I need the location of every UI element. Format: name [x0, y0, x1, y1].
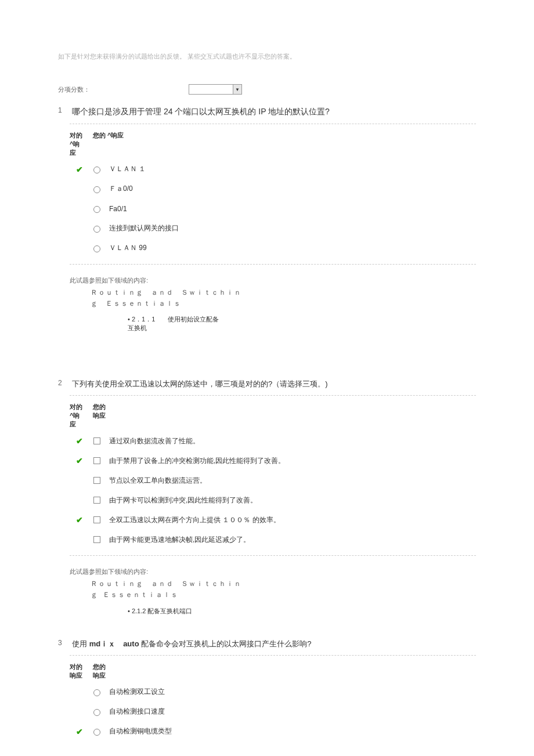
option-label: 全双工迅速以太网在两个方向上提供 １００％ 的效率。: [103, 515, 280, 525]
question-text: 下列有关使用全双工迅速以太网的陈述中，哪三项是对的的?（请选择三项。): [72, 379, 476, 389]
divider: [70, 264, 476, 265]
check-icon: ✔: [76, 515, 83, 525]
correct-mark-cell: ✔: [70, 727, 89, 736]
question-number: 2: [58, 379, 64, 387]
option-label: 由于网卡可以检测到冲突,因此性能得到了改善。: [103, 495, 257, 505]
question-text: 使用 mdｉｘ auto 配备命令会对互换机上的以太网接口产生什么影响?: [72, 639, 476, 649]
question-2: 2 下列有关使用全双工迅速以太网的陈述中，哪三项是对的的?（请选择三项。) 对的…: [58, 379, 476, 616]
option-label: 通过双向数据流改善了性能。: [103, 436, 200, 446]
question-text-part: 哪个接口是涉及用于管理 24 个端口以太网互换机的: [72, 107, 258, 116]
option-radio[interactable]: [93, 206, 100, 213]
domain-subject: Ｒｏｕｔｉｎｇ ａｎｄ Ｓｗｉｔｃｈｉｎｇ Ｅｓｓｅｎｔｉａｌｓ: [91, 578, 241, 601]
option-radio[interactable]: [93, 709, 100, 716]
intro-text: 如下是针对您未获得满分的试题给出的反馈。 某些交互式试题也许不显示您的答案。: [58, 52, 476, 61]
check-icon: ✔: [76, 165, 83, 174]
col-correct-label: ^响: [70, 140, 89, 149]
option-row: 连接到默认网关的接口: [70, 219, 476, 238]
option-label: ＶＬＡＮ １: [103, 164, 146, 174]
option-input-cell: [89, 707, 103, 716]
option-radio[interactable]: [93, 245, 100, 252]
option-checkbox[interactable]: [93, 536, 100, 543]
option-row: 节点以全双工单向数据流运营。: [70, 471, 476, 490]
col-correct-label: 应: [70, 149, 89, 157]
col-resp-label: 您的: [93, 663, 106, 671]
score-label: 分项分数：: [58, 85, 90, 94]
option-input-cell: [89, 495, 103, 505]
domain-title: 此试题参照如下领域的内容:: [70, 567, 476, 576]
option-input-cell: [89, 727, 103, 736]
col-correct-label: 对的: [70, 403, 89, 411]
option-label: Fa0/1: [103, 205, 127, 213]
option-input-cell: [89, 455, 103, 466]
option-row: 由于网卡能更迅速地解决帧,因此延迟减少了。: [70, 530, 476, 549]
option-input-cell: [89, 185, 103, 193]
col-resp-label: 您的: [93, 403, 106, 411]
option-checkbox[interactable]: [93, 457, 100, 464]
option-radio[interactable]: [93, 186, 100, 193]
col-correct-label: ^响: [70, 411, 89, 420]
option-input-cell: [89, 165, 103, 173]
option-row: 自动检测接口速度: [70, 702, 476, 722]
option-input-cell: [89, 688, 103, 696]
question-text-part: mdｉｘ auto: [89, 639, 139, 648]
option-label: Ｆａ0/0: [103, 184, 133, 194]
option-label: 连接到默认网关的接口: [103, 223, 179, 233]
question-text: 哪个接口是涉及用于管理 24 个端口以太网互换机的 IP 地址的默认位置?: [72, 106, 476, 118]
option-checkbox[interactable]: [93, 437, 100, 444]
col-correct-label: 应: [70, 420, 89, 429]
option-row: ✔全双工迅速以太网在两个方向上提供 １００％ 的效率。: [70, 510, 476, 530]
score-bar: 分项分数： ▼: [58, 84, 476, 95]
chevron-down-icon: ▼: [233, 85, 241, 94]
option-row: Ｆａ0/0: [70, 179, 476, 199]
col-resp-label: 您的 ^响应: [89, 131, 124, 157]
domain-subject: Ｒｏｕｔｉｎｇ ａｎｄ Ｓｗｉｔｃｈｉｎｇ Ｅｓｓｅｎｔｉａｌｓ: [91, 287, 241, 309]
question-1: 1 哪个接口是涉及用于管理 24 个端口以太网互换机的 IP 地址的默认位置? …: [58, 106, 476, 332]
option-radio[interactable]: [93, 689, 100, 696]
option-row: 自动检测双工设立: [70, 682, 476, 702]
question-text-part: IP: [258, 107, 266, 116]
check-icon: ✔: [76, 456, 83, 465]
option-row: 由于网卡可以检测到冲突,因此性能得到了改善。: [70, 490, 476, 510]
option-input-cell: [89, 204, 103, 213]
option-input-cell: [89, 475, 103, 486]
domain-bullet: 2．1．1 使用初始设立配备互换机: [128, 315, 221, 332]
option-radio[interactable]: [93, 226, 100, 233]
domain-bullet: 2.1.2 配备互换机端口: [128, 607, 221, 616]
response-header: 对的 响应 您的 响应: [70, 656, 476, 682]
question-text-part: 地址的默认位置?: [266, 107, 330, 116]
question-text-part: 配备命令会对互换机上的以太网接口产生什么影响?: [139, 639, 312, 648]
option-checkbox[interactable]: [93, 477, 100, 484]
check-icon: ✔: [76, 727, 83, 736]
option-label: 节点以全双工单向数据流运营。: [103, 476, 207, 486]
response-header: 对的 ^响 应 您的 响应: [70, 396, 476, 431]
option-checkbox[interactable]: [93, 497, 100, 504]
col-correct-label: 响应: [70, 671, 89, 680]
correct-mark-cell: ✔: [70, 515, 89, 525]
option-row: ＶＬＡＮ 99: [70, 238, 476, 258]
option-row: ✔由于禁用了设备上的冲突检测功能,因此性能得到了改善。: [70, 451, 476, 471]
option-radio[interactable]: [93, 729, 100, 736]
question-number: 3: [58, 639, 64, 647]
domain-title: 此试题参照如下领域的内容:: [70, 276, 476, 285]
option-input-cell: [89, 244, 103, 252]
option-checkbox[interactable]: [93, 516, 100, 523]
col-correct-label: 对的: [70, 131, 89, 140]
question-3: 3 使用 mdｉｘ auto 配备命令会对互换机上的以太网接口产生什么影响? 对…: [58, 639, 476, 741]
domain-block: 此试题参照如下领域的内容: Ｒｏｕｔｉｎｇ ａｎｄ Ｓｗｉｔｃｈｉｎｇ Ｅｓｓｅ…: [70, 567, 476, 615]
option-radio[interactable]: [93, 167, 100, 173]
option-label: 自动检测铜电缆类型: [103, 726, 172, 736]
correct-mark-cell: ✔: [70, 436, 89, 446]
option-label: 自动检测接口速度: [103, 707, 165, 717]
correct-mark-cell: ✔: [70, 165, 89, 174]
option-input-cell: [89, 534, 103, 545]
col-correct-label: 对的: [70, 663, 89, 671]
col-resp-label: 响应: [93, 411, 106, 420]
score-select[interactable]: ▼: [189, 84, 242, 95]
option-input-cell: [89, 436, 103, 446]
divider: [70, 555, 476, 556]
option-row: Fa0/1: [70, 199, 476, 219]
option-input-cell: [89, 515, 103, 525]
response-header: 对的 ^响 应 您的 ^响应: [70, 124, 476, 160]
option-label: ＶＬＡＮ 99: [103, 243, 147, 253]
option-row: ✔通过双向数据流改善了性能。: [70, 431, 476, 451]
